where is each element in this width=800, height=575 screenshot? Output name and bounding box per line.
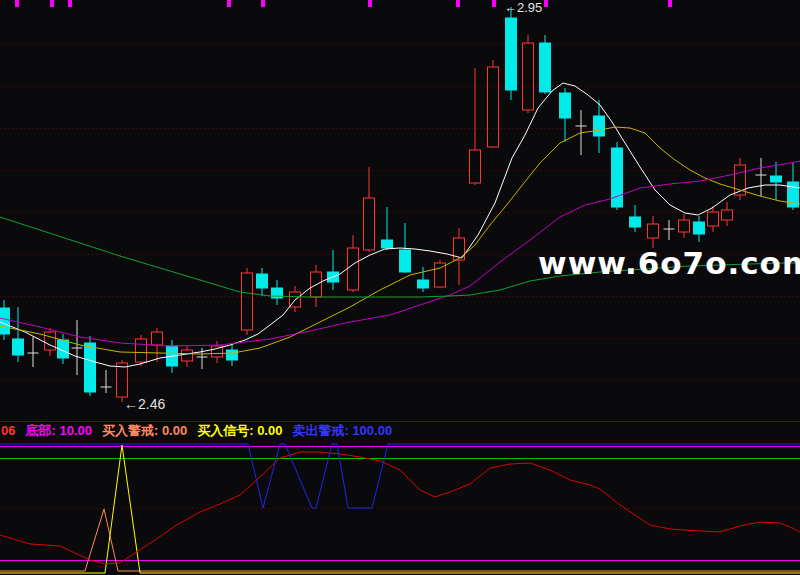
chart-canvas[interactable] xyxy=(0,0,800,575)
candle-up xyxy=(470,68,481,185)
candle-up xyxy=(311,265,322,307)
indicator-value-prefix: 06 xyxy=(1,423,15,438)
candle-down xyxy=(694,216,705,242)
ma-white xyxy=(0,83,800,367)
indicator-label-sell-alert: 卖出警戒: 100.00 xyxy=(292,423,392,438)
candle-doji xyxy=(664,220,675,240)
candle-doji xyxy=(72,320,83,375)
candle-doji xyxy=(28,337,39,367)
indicator-label-buy-signal: 买入信号: 0.00 xyxy=(197,423,282,438)
candle-down xyxy=(257,268,268,296)
candle-down xyxy=(771,162,782,200)
candle-down xyxy=(227,344,238,366)
price-annotation-low: ←2.46 xyxy=(124,398,165,411)
candle-up xyxy=(488,60,499,148)
candle-down xyxy=(540,35,551,94)
buy-signal-yellow xyxy=(0,445,800,573)
ma-yellow xyxy=(0,127,800,354)
indicator-label-row: 06 底部: 10.00 买入警戒: 0.00 买入信号: 0.00 卖出警戒:… xyxy=(1,423,392,438)
candle-down xyxy=(506,7,517,100)
candle-up xyxy=(290,286,301,312)
candle-up xyxy=(523,35,534,113)
candle-down xyxy=(382,207,393,250)
candle-down xyxy=(85,336,96,396)
candle-up xyxy=(136,335,147,366)
candle-up xyxy=(242,268,253,335)
indicator-label-buy-alert: 买入警戒: 0.00 xyxy=(102,423,187,438)
candle-down xyxy=(560,88,571,142)
candle-down xyxy=(630,205,641,232)
trading-chart-window: ←2.95 ←2.46 www.6o7o.com 06 底部: 10.00 买入… xyxy=(0,0,800,575)
candle-up xyxy=(364,167,375,252)
indicator-label-bottom: 底部: 10.00 xyxy=(25,423,91,438)
candle-doji xyxy=(756,158,767,196)
candle-up xyxy=(435,260,446,288)
candle-down xyxy=(612,142,623,210)
candle-doji xyxy=(101,370,112,393)
candle-up xyxy=(648,216,659,248)
watermark: www.6o7o.com xyxy=(538,245,800,281)
candle-down xyxy=(13,307,24,362)
candle-up xyxy=(679,214,690,238)
price-annotation-high: ←2.95 xyxy=(504,1,542,14)
candle-up xyxy=(212,341,223,363)
candle-down xyxy=(594,100,605,153)
candle-up xyxy=(722,202,733,226)
buy-alert-salmon xyxy=(0,509,800,571)
candle-up xyxy=(45,328,56,356)
candle-up xyxy=(735,158,746,200)
candle-down xyxy=(328,250,339,290)
candle-up xyxy=(348,235,359,292)
candle-up xyxy=(182,345,193,367)
candle-down xyxy=(272,280,283,305)
top-tick-marks xyxy=(15,0,672,7)
sell-alert-blue xyxy=(0,444,800,508)
